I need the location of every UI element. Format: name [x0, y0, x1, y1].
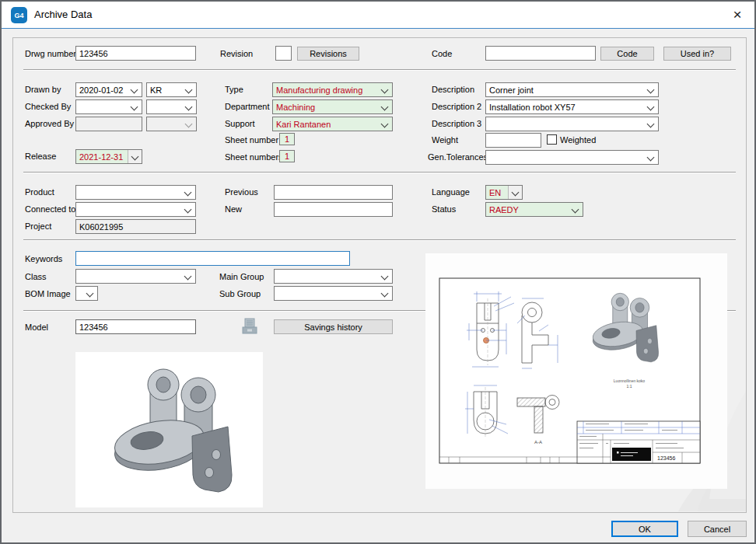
chevron-down-icon	[647, 103, 655, 111]
chevron-down-icon	[185, 86, 193, 94]
separator	[23, 239, 736, 241]
chevron-down-icon	[184, 206, 192, 214]
description-combo[interactable]: Corner joint	[485, 82, 659, 97]
model-value: 123456	[79, 323, 108, 332]
checked-initials-combo[interactable]	[146, 99, 197, 114]
code-button[interactable]: Code	[600, 47, 654, 61]
new-input[interactable]	[274, 202, 393, 217]
ok-button[interactable]: OK	[611, 521, 678, 537]
drwg-number-input[interactable]: 123456	[75, 46, 196, 61]
support-label: Support	[225, 119, 255, 129]
sheet-numbers-value: 1	[285, 152, 289, 161]
separator	[23, 69, 736, 71]
savings-history-button[interactable]: Savings history	[274, 319, 393, 334]
bom-image-label: BOM Image	[25, 289, 71, 299]
chevron-down-icon	[512, 189, 520, 197]
chevron-down-icon	[131, 153, 139, 161]
revision-input[interactable]	[275, 46, 292, 61]
description2-label: Description 2	[432, 102, 481, 112]
main-group-combo[interactable]	[274, 269, 393, 284]
revisions-button[interactable]: Revisions	[297, 47, 359, 61]
code-input[interactable]	[485, 46, 596, 61]
chevron-down-icon	[572, 206, 579, 214]
revision-label: Revision	[220, 49, 253, 59]
gen-tolerances-combo[interactable]	[485, 150, 659, 165]
close-icon[interactable]: ×	[728, 5, 747, 24]
bom-image-combo[interactable]	[75, 286, 98, 301]
product-combo[interactable]	[75, 185, 196, 200]
drawn-initials-combo[interactable]: KR	[146, 82, 197, 97]
chevron-down-icon	[86, 290, 94, 298]
chevron-down-icon	[185, 103, 193, 111]
sheet-number-field[interactable]: 1	[279, 133, 295, 145]
release-label: Release	[25, 152, 56, 162]
chevron-down-icon	[647, 86, 655, 94]
approved-date-field	[75, 117, 142, 131]
drawing-preview-image: A-A Luonnollinen koko 1:1	[425, 253, 727, 489]
type-value: Manufacturing drawing	[276, 85, 362, 95]
release-value: 2021-12-31	[79, 152, 123, 162]
print-icon[interactable]	[241, 317, 258, 336]
section-label: A-A	[534, 440, 542, 445]
sheet-numbers-label: Sheet numbers	[225, 152, 283, 162]
support-combo[interactable]: Kari Rantanen	[272, 117, 393, 131]
cancel-button[interactable]: Cancel	[688, 521, 747, 537]
drawn-by-label: Drawn by	[25, 85, 61, 95]
sub-group-label: Sub Group	[219, 289, 261, 299]
previous-input[interactable]	[274, 185, 393, 200]
model-field[interactable]: 123456	[75, 319, 196, 334]
keywords-label: Keywords	[25, 254, 62, 264]
type-label: Type	[225, 85, 243, 95]
status-label: Status	[432, 204, 456, 214]
product-label: Product	[25, 187, 54, 197]
class-combo[interactable]	[75, 269, 196, 284]
chevron-down-icon	[381, 86, 389, 94]
language-label: Language	[432, 187, 470, 197]
weighted-label: Weighted	[560, 135, 596, 145]
department-label: Department	[225, 102, 269, 112]
language-value: EN	[489, 188, 501, 197]
status-combo[interactable]: RAEDY	[485, 202, 583, 217]
project-value: K06021995	[79, 222, 123, 232]
drawing-number: 123456	[657, 455, 675, 461]
drawn-initials-value: KR	[150, 85, 162, 95]
description2-combo[interactable]: Installation robot XY57	[485, 99, 659, 114]
keywords-input[interactable]	[75, 251, 350, 266]
model-label: Model	[25, 323, 48, 333]
chevron-down-icon	[184, 189, 192, 197]
description-label: Description	[432, 85, 474, 95]
sub-group-combo[interactable]	[274, 286, 393, 301]
approved-by-label: Approved By	[25, 119, 74, 129]
type-combo[interactable]: Manufacturing drawing	[272, 82, 393, 97]
chevron-down-icon	[381, 290, 389, 298]
iso-caption: Luonnollinen koko	[614, 378, 646, 383]
window-title: Archive Data	[34, 9, 92, 20]
used-in-button[interactable]: Used in?	[663, 47, 731, 61]
language-combo[interactable]: EN	[485, 185, 523, 200]
release-combo[interactable]: 2021-12-31	[75, 149, 142, 164]
checked-by-label: Checked By	[25, 102, 71, 112]
description3-combo[interactable]	[485, 117, 659, 131]
department-combo[interactable]: Machining	[272, 99, 393, 114]
description2-value: Installation robot XY57	[489, 103, 576, 112]
previous-label: Previous	[225, 187, 258, 197]
drawn-date-combo[interactable]: 2020-01-02	[75, 82, 142, 97]
weighted-checkbox[interactable]	[547, 134, 557, 145]
project-label: Project	[25, 221, 51, 232]
title-bar: G4 Archive Data ×	[2, 2, 754, 29]
title-block: 123456	[577, 421, 700, 463]
chevron-down-icon	[131, 86, 138, 94]
sheet-numbers-field[interactable]: 1	[279, 150, 295, 162]
description3-label: Description 3	[432, 119, 481, 129]
checked-date-combo[interactable]	[75, 99, 142, 114]
weight-input[interactable]	[485, 133, 541, 148]
chevron-down-icon	[184, 273, 192, 281]
archive-data-dialog: G4 Archive Data × Drwg number 123456 Rev…	[0, 0, 756, 544]
chevron-down-icon	[647, 120, 655, 128]
weight-label: Weight	[432, 135, 458, 145]
iso-scale: 1:1	[627, 384, 632, 389]
separator	[23, 172, 736, 173]
support-value: Kari Rantanen	[276, 120, 331, 129]
connected-to-combo[interactable]	[75, 202, 196, 217]
code-label: Code	[432, 49, 452, 59]
